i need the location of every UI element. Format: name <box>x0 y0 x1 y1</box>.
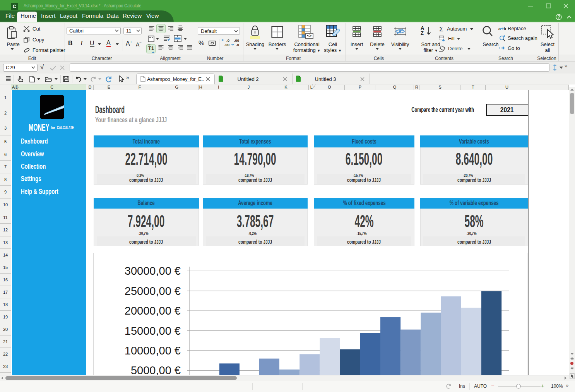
svg-text:30000,00 €: 30000,00 € <box>125 265 181 277</box>
svg-text:10000,00 €: 10000,00 € <box>125 344 181 357</box>
svg-text:a: a <box>498 26 501 31</box>
svg-text:5000,00 €: 5000,00 € <box>131 364 181 375</box>
svg-text:20000,00 €: 20000,00 € <box>125 305 181 317</box>
svg-text:.0: .0 <box>226 38 229 43</box>
svg-text:.0: .0 <box>236 43 239 47</box>
svg-text:b: b <box>504 26 507 31</box>
svg-text:.00: .00 <box>234 38 239 43</box>
svg-text:.00: .00 <box>224 43 229 47</box>
svg-text:25000,00 €: 25000,00 € <box>125 285 181 297</box>
svg-text:15000,00 €: 15000,00 € <box>125 325 181 337</box>
svg-text:≤>: ≤> <box>307 34 311 38</box>
